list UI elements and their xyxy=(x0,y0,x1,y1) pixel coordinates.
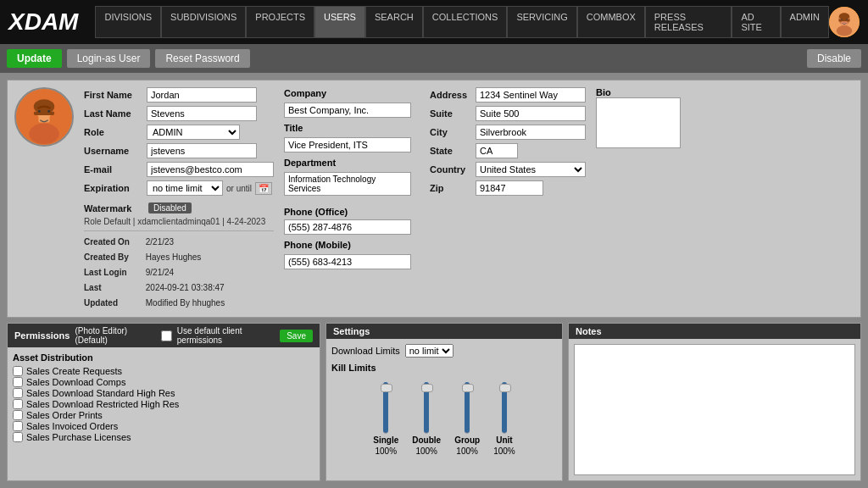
last-name-input[interactable] xyxy=(147,106,257,121)
svg-point-8 xyxy=(846,19,848,20)
login-as-button[interactable]: Login-as User xyxy=(67,49,151,68)
reset-password-button[interactable]: Reset Password xyxy=(155,49,249,68)
username-input[interactable] xyxy=(147,143,257,158)
address-section: Address Suite City State Country United … xyxy=(430,87,586,310)
permission-checkbox[interactable] xyxy=(13,421,23,431)
avatar-section xyxy=(14,87,74,310)
expiration-select[interactable]: no time limit xyxy=(147,180,223,196)
slider-track[interactable] xyxy=(383,383,388,434)
username-row: Username xyxy=(84,143,274,158)
suite-row: Suite xyxy=(430,106,586,121)
permission-checkbox[interactable] xyxy=(13,366,23,376)
notes-header: Notes xyxy=(569,324,860,339)
modified-by-value: hhughes xyxy=(192,298,225,308)
zip-label: Zip xyxy=(430,183,472,193)
last-login-label: Last Login xyxy=(84,266,143,280)
permission-checkbox[interactable] xyxy=(13,388,23,398)
nav-item-projects[interactable]: PROJECTS xyxy=(246,6,314,38)
permissions-label: Permissions xyxy=(14,330,70,341)
settings-label: Settings xyxy=(333,326,370,336)
slider-track[interactable] xyxy=(502,383,507,434)
last-name-row: Last Name xyxy=(84,106,274,121)
phone-mobile-input[interactable] xyxy=(284,254,411,269)
nav-item-users[interactable]: USERS xyxy=(314,6,365,38)
email-input[interactable] xyxy=(147,162,274,177)
city-row: City xyxy=(430,125,586,140)
nav-item-collections[interactable]: COLLECTIONS xyxy=(423,6,508,38)
created-on-value: 2/21/23 xyxy=(146,237,174,247)
slider-label: Single xyxy=(373,435,398,445)
nav-item-search[interactable]: SEARCH xyxy=(365,6,423,38)
address-input[interactable] xyxy=(476,87,586,103)
slider-thumb[interactable] xyxy=(462,384,474,392)
city-input[interactable] xyxy=(476,125,586,140)
settings-header: Settings xyxy=(326,324,562,339)
created-by-value: Hayes Hughes xyxy=(146,252,202,262)
last-login-value: 9/21/24 xyxy=(146,268,174,277)
nav-item-servicing[interactable]: SERVICING xyxy=(507,6,576,38)
slider-thumb[interactable] xyxy=(499,384,511,392)
permissions-sub: (Photo Editor) (Default) xyxy=(75,326,150,345)
role-select[interactable]: ADMIN xyxy=(147,125,240,140)
nav-item-press-releases[interactable]: PRESS RELEASES xyxy=(645,6,732,38)
permissions-save-button[interactable]: Save xyxy=(280,330,313,342)
last-login-row: Last Login 9/21/24 xyxy=(84,266,274,280)
title-label: Title xyxy=(284,123,303,133)
slider-thumb[interactable] xyxy=(381,384,392,392)
nav-item-admin[interactable]: ADMIN xyxy=(781,6,829,38)
svg-point-15 xyxy=(38,110,41,113)
nav-item-divisions[interactable]: DIVISIONS xyxy=(95,6,161,38)
zip-input[interactable] xyxy=(476,180,543,196)
user-avatar xyxy=(14,87,74,147)
disable-button[interactable]: Disable xyxy=(807,49,861,68)
slider-track[interactable] xyxy=(465,383,470,434)
created-on-row: Created On 2/21/23 xyxy=(84,236,274,249)
title-input[interactable] xyxy=(284,137,411,152)
app-logo: XDAM xyxy=(8,8,78,36)
download-limits-select[interactable]: no limit xyxy=(405,344,453,358)
slider-pct: 100% xyxy=(493,446,515,456)
username-label: Username xyxy=(84,146,143,156)
suite-label: Suite xyxy=(430,108,472,119)
bio-section: Bio xyxy=(596,87,681,310)
user-avatar-header[interactable] xyxy=(829,7,860,37)
permission-checkbox[interactable] xyxy=(13,399,23,409)
country-row: Country United States xyxy=(430,162,586,177)
company-label: Company xyxy=(284,88,326,98)
slider-track[interactable] xyxy=(424,383,429,434)
kill-limits-label: Kill Limits xyxy=(331,363,557,373)
permission-label: Sales Download Standard High Res xyxy=(26,388,175,398)
exp-calendar-button[interactable]: 📅 xyxy=(255,182,272,195)
permission-checkbox[interactable] xyxy=(13,432,23,442)
slider-thumb[interactable] xyxy=(421,384,433,392)
phone-office-input[interactable] xyxy=(284,219,411,235)
default-perm-checkbox[interactable] xyxy=(161,330,172,341)
email-row: E-mail xyxy=(84,162,274,177)
bio-textarea[interactable] xyxy=(596,97,681,148)
nav-item-ad-site[interactable]: AD SITE xyxy=(732,6,780,38)
nav-item-subdivisions[interactable]: SUBDIVISIONS xyxy=(161,6,246,38)
notes-textarea[interactable] xyxy=(574,344,855,475)
role-row: Role ADMIN xyxy=(84,125,274,140)
modified-by-label: Modified By xyxy=(146,298,190,308)
expiration-row: Expiration no time limit or until 📅 xyxy=(84,180,274,196)
updated-label: Updated xyxy=(84,297,143,310)
svg-rect-12 xyxy=(34,111,55,115)
slider-col-double: Double 100% xyxy=(412,383,441,456)
permission-item: Sales Create Requests xyxy=(13,366,314,376)
country-select[interactable]: United States xyxy=(476,162,586,177)
company-input[interactable] xyxy=(284,103,411,118)
permission-item: Sales Purchase Licenses xyxy=(13,432,314,442)
last-row: Last 2024-09-21 03:38:47 xyxy=(84,281,274,295)
first-name-input[interactable] xyxy=(147,87,257,103)
settings-body: Download Limits no limit Kill Limits Sin… xyxy=(326,339,562,480)
update-button[interactable]: Update xyxy=(7,49,62,68)
phone-mobile-label: Phone (Mobile) xyxy=(284,240,351,250)
address-label: Address xyxy=(430,90,472,100)
permission-checkbox[interactable] xyxy=(13,377,23,387)
permission-checkbox[interactable] xyxy=(13,410,23,420)
state-input[interactable] xyxy=(476,143,518,158)
nav-item-commbox[interactable]: COMMBOX xyxy=(577,6,645,38)
svg-point-16 xyxy=(47,110,50,113)
suite-input[interactable] xyxy=(476,106,586,121)
